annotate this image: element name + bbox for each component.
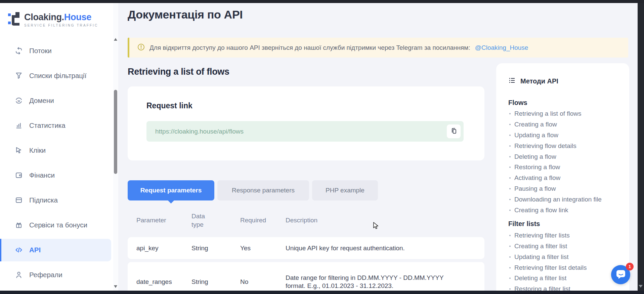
method-link[interactable]: Deleting a filter list: [508, 273, 622, 284]
copy-button[interactable]: [447, 124, 461, 138]
sidebar-item-clicks[interactable]: Кліки: [0, 138, 111, 163]
method-link[interactable]: Retrieving filter list details: [508, 262, 622, 273]
top-frame-bar: [0, 0, 644, 3]
list-icon: [508, 77, 516, 85]
bullet-dot: [509, 135, 511, 136]
request-url-value: https://cloaking.house/api/flows: [155, 128, 244, 135]
method-link[interactable]: Restoring a flow: [508, 162, 622, 173]
request-url-field[interactable]: https://cloaking.house/api/flows: [146, 121, 464, 142]
method-link[interactable]: Creating a filter list: [508, 241, 622, 252]
cell-required: Yes: [240, 245, 251, 252]
sidebar-item-label: Списки фільтрації: [29, 72, 86, 80]
methods-panel-header: Методи API: [508, 77, 622, 85]
table-header-row: Parameter Data type Required Description: [128, 207, 484, 233]
sidebar-item-label: Фінанси: [29, 171, 55, 179]
scrollbar-thumb[interactable]: [114, 90, 117, 174]
bullet-dot: [509, 256, 511, 258]
method-link[interactable]: Retrieving filter lists: [508, 230, 622, 241]
flows-method-list: Retrieving a list of flows Creating a fl…: [508, 108, 622, 216]
copy-icon: [450, 127, 458, 136]
tab-response-parameters[interactable]: Response parameters: [217, 180, 309, 200]
page-title: Документація по API: [128, 8, 243, 21]
svg-text:w: w: [17, 99, 20, 103]
bottom-frame-bar: [0, 291, 644, 294]
api-code-icon: [15, 246, 23, 254]
sidebar-item-label: Підписка: [29, 196, 58, 204]
sidebar-item-filter-lists[interactable]: Списки фільтрації: [0, 63, 111, 88]
method-link[interactable]: Downloading an integration file: [508, 194, 622, 205]
method-link[interactable]: Updating a filter list: [508, 252, 622, 262]
sidebar-item-referrals[interactable]: Реферали: [0, 262, 111, 287]
sidebar-item-label: Потоки: [29, 47, 52, 55]
sidebar-item-api[interactable]: API: [0, 239, 111, 261]
cell-data-type: String: [191, 278, 208, 286]
bullet-dot: [509, 167, 511, 168]
sidebar-item-label: Домени: [29, 97, 54, 105]
parameter-tabs: Request parameters Response parameters P…: [128, 180, 378, 200]
logo-title-accent: House: [64, 12, 91, 22]
finance-icon: [15, 171, 23, 179]
sidebar: Cloaking.House SERVICE FILTERING TRAFFIC…: [0, 3, 118, 291]
method-link[interactable]: Updating a flow: [508, 130, 622, 141]
sidebar-scrollbar[interactable]: [113, 3, 118, 291]
sidebar-item-services-bonuses[interactable]: Сервіси та бонуси: [0, 213, 111, 237]
bullet-dot: [509, 288, 511, 290]
logo-title-primary: Cloaking.: [24, 12, 64, 22]
logo-mark-icon: [8, 12, 20, 27]
tab-php-example[interactable]: PHP example: [312, 180, 378, 200]
scroll-down-arrow[interactable]: [639, 285, 643, 288]
browser-scrollbar[interactable]: [638, 3, 644, 291]
referrals-icon: [15, 271, 23, 279]
cell-parameter: api_key: [136, 245, 159, 252]
bullet-dot: [509, 156, 511, 157]
method-link[interactable]: Deleting a flow: [508, 151, 622, 162]
scroll-up-arrow[interactable]: [114, 38, 117, 41]
scroll-down-arrow[interactable]: [114, 285, 117, 288]
bullet-dot: [509, 235, 511, 236]
bullet-dot: [509, 145, 511, 147]
section-title: Retrieving a list of flows: [128, 67, 229, 77]
bullet-dot: [509, 199, 511, 200]
column-header-parameter: Parameter: [136, 217, 166, 224]
sidebar-item-flows[interactable]: Потоки: [0, 38, 111, 63]
bullet-dot: [509, 113, 511, 114]
sidebar-item-statistics[interactable]: Статистика: [0, 113, 111, 138]
cell-description: Unique API key for request authenticatio…: [286, 244, 446, 252]
method-link[interactable]: Pausing a flow: [508, 183, 622, 194]
flows-icon: [15, 47, 23, 55]
sidebar-item-domains[interactable]: w Домени: [0, 88, 111, 113]
sidebar-item-subscription[interactable]: Підписка: [0, 188, 111, 213]
sidebar-item-finance[interactable]: Фінанси: [0, 163, 111, 188]
domains-icon: w: [15, 97, 23, 105]
bullet-dot: [509, 188, 511, 189]
api-access-banner: Для відкриття доступу до нашого API звер…: [128, 38, 628, 58]
column-header-data-type: Data type: [191, 212, 213, 229]
method-link[interactable]: Retrieving a list of flows: [508, 108, 622, 119]
info-icon: [137, 43, 145, 52]
method-link[interactable]: Creating a flow link: [508, 205, 622, 216]
sidebar-item-label: Реферали: [29, 271, 62, 279]
filter-lists-icon: [15, 72, 23, 80]
tab-request-parameters[interactable]: Request parameters: [128, 180, 214, 200]
filter-lists-method-list: Retrieving filter lists Creating a filte…: [508, 230, 622, 294]
request-link-card: Request link https://cloaking.house/api/…: [128, 86, 484, 160]
table-row: api_key String Yes Unique API key for re…: [128, 237, 484, 259]
bullet-dot: [509, 210, 511, 211]
methods-section-filter-lists: Filter lists: [508, 220, 622, 228]
cell-required: No: [240, 278, 248, 286]
bullet-dot: [509, 124, 511, 125]
method-link[interactable]: Creating a flow: [508, 119, 622, 130]
cell-description: Date range for filtering in DD.MM.YYYY -…: [286, 274, 446, 290]
banner-text: Для відкриття доступу до нашого API звер…: [149, 44, 470, 51]
method-link[interactable]: Activating a flow: [508, 173, 622, 183]
app-window: Cloaking.House SERVICE FILTERING TRAFFIC…: [0, 0, 644, 294]
bullet-dot: [509, 177, 511, 179]
logo[interactable]: Cloaking.House SERVICE FILTERING TRAFFIC: [8, 12, 98, 27]
sidebar-item-label: Статистика: [29, 121, 66, 130]
telegram-link[interactable]: @Cloaking_House: [475, 44, 528, 51]
method-link[interactable]: Retrieving flow details: [508, 141, 622, 151]
sidebar-item-label: API: [29, 246, 41, 254]
column-header-description: Description: [286, 217, 317, 224]
logo-tagline: SERVICE FILTERING TRAFFIC: [24, 24, 98, 27]
request-link-title: Request link: [146, 101, 192, 110]
